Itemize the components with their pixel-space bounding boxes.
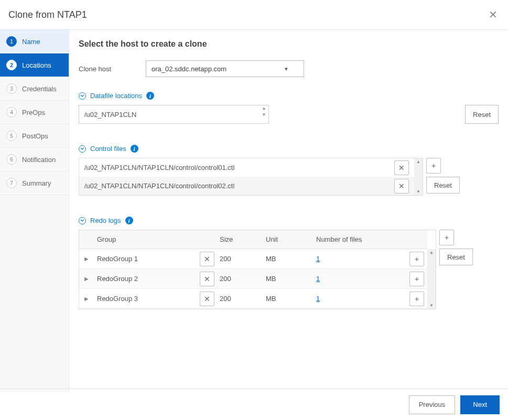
controlfile-remove-button[interactable]: ✕ bbox=[394, 160, 409, 175]
step-label: Summary bbox=[22, 179, 51, 187]
datafile-row: /u02_NTAP1CLN ▲▼ Reset bbox=[79, 105, 499, 124]
redo-size: 200 bbox=[220, 255, 266, 263]
dialog-footer: Previous Next bbox=[0, 389, 508, 420]
redo-row: ▶ RedoGroup 2 ✕ 200 MB 1 + bbox=[79, 269, 427, 289]
controlfiles-label: Control files bbox=[90, 145, 126, 153]
controlfile-path: /u02_NTAP1CLN/NTAP1CLN/control/control02… bbox=[84, 182, 394, 190]
collapse-icon[interactable] bbox=[79, 217, 86, 224]
info-icon[interactable]: i bbox=[146, 92, 154, 100]
dialog-body: 1 Name 2 Locations 3 Credentials 4 PreOp… bbox=[0, 30, 508, 392]
redo-add-button[interactable]: + bbox=[409, 252, 424, 266]
wizard-sidebar: 1 Name 2 Locations 3 Credentials 4 PreOp… bbox=[0, 30, 69, 392]
page-title: Select the host to create a clone bbox=[79, 39, 499, 49]
step-label: Credentials bbox=[22, 85, 57, 93]
redo-unit: MB bbox=[266, 255, 316, 263]
datafile-path-value: /u02_NTAP1CLN bbox=[84, 111, 136, 119]
main-panel: Select the host to create a clone Clone … bbox=[69, 30, 508, 392]
datafile-section-header: Datafile locations i bbox=[79, 92, 499, 100]
controlfile-item: /u02_NTAP1CLN/NTAP1CLN/control/control02… bbox=[79, 177, 414, 195]
step-label: Locations bbox=[22, 61, 51, 69]
redo-add-button[interactable]: + bbox=[409, 272, 424, 286]
wizard-step-summary[interactable]: 7 Summary bbox=[0, 171, 69, 195]
controlfile-path: /u02_NTAP1CLN/NTAP1CLN/control/control01… bbox=[84, 164, 394, 171]
redo-table-header: Group Size Unit Number of files bbox=[79, 230, 427, 249]
redo-remove-button[interactable]: ✕ bbox=[200, 292, 214, 306]
clone-host-value: ora_02.sddc.netapp.com bbox=[152, 65, 226, 73]
close-icon[interactable]: ✕ bbox=[487, 6, 500, 23]
controlfile-remove-button[interactable]: ✕ bbox=[394, 179, 409, 193]
redo-group: RedoGroup 2 bbox=[94, 275, 194, 283]
next-button[interactable]: Next bbox=[460, 395, 500, 414]
redo-numfiles-link[interactable]: 1 bbox=[316, 255, 320, 263]
redo-size: 200 bbox=[220, 295, 266, 303]
wizard-step-notification[interactable]: 6 Notification bbox=[0, 148, 69, 171]
redo-section-header: Redo logs i bbox=[79, 217, 499, 224]
col-numfiles: Number of files bbox=[316, 235, 406, 243]
collapse-icon[interactable] bbox=[79, 92, 86, 100]
info-icon[interactable]: i bbox=[131, 145, 138, 153]
col-unit: Unit bbox=[266, 235, 316, 243]
clone-host-row: Clone host ora_02.sddc.netapp.com ▼ bbox=[79, 60, 499, 77]
scrollbar[interactable]: ▲▼ bbox=[427, 249, 436, 309]
redo-add-button[interactable]: + bbox=[409, 292, 424, 306]
controlfiles-list: /u02_NTAP1CLN/NTAP1CLN/control/control01… bbox=[79, 158, 423, 196]
expand-icon[interactable]: ▶ bbox=[79, 296, 94, 301]
step-label: Name bbox=[22, 38, 40, 46]
col-size: Size bbox=[220, 235, 266, 243]
controlfile-reset-button[interactable]: Reset bbox=[426, 177, 460, 193]
redo-wrap: Group Size Unit Number of files ▶ RedoGr… bbox=[79, 230, 499, 309]
redo-reset-button[interactable]: Reset bbox=[439, 249, 473, 265]
clone-host-label: Clone host bbox=[79, 65, 146, 73]
redo-numfiles-link[interactable]: 1 bbox=[316, 275, 320, 283]
redo-group-add-button[interactable]: + bbox=[439, 230, 454, 245]
scrollbar[interactable]: ▲▼ bbox=[414, 158, 423, 195]
spinner-icon[interactable]: ▲▼ bbox=[262, 106, 266, 117]
step-label: PostOps bbox=[22, 132, 48, 140]
info-icon[interactable]: i bbox=[125, 217, 133, 224]
step-number: 4 bbox=[6, 107, 17, 117]
collapse-icon[interactable] bbox=[79, 145, 86, 153]
redo-group: RedoGroup 1 bbox=[94, 255, 194, 263]
step-label: Notification bbox=[22, 156, 56, 164]
redo-label: Redo logs bbox=[90, 217, 121, 224]
datafile-reset-button[interactable]: Reset bbox=[465, 105, 499, 124]
redo-remove-button[interactable]: ✕ bbox=[200, 272, 214, 286]
redo-numfiles-link[interactable]: 1 bbox=[316, 295, 320, 303]
chevron-down-icon: ▼ bbox=[284, 66, 289, 72]
redo-table: Group Size Unit Number of files ▶ RedoGr… bbox=[79, 230, 436, 309]
wizard-step-credentials[interactable]: 3 Credentials bbox=[0, 77, 69, 101]
redo-group: RedoGroup 3 bbox=[94, 295, 194, 303]
previous-button[interactable]: Previous bbox=[409, 395, 456, 414]
redo-size: 200 bbox=[220, 275, 266, 283]
redo-row: ▶ RedoGroup 1 ✕ 200 MB 1 + bbox=[79, 249, 427, 269]
step-number: 6 bbox=[6, 154, 17, 165]
redo-unit: MB bbox=[266, 275, 316, 283]
redo-unit: MB bbox=[266, 295, 316, 303]
step-number: 5 bbox=[6, 131, 17, 141]
redo-row: ▶ RedoGroup 3 ✕ 200 MB 1 + bbox=[79, 289, 427, 309]
wizard-step-preops[interactable]: 4 PreOps bbox=[0, 101, 69, 124]
controlfiles-side-buttons: + Reset bbox=[426, 158, 460, 193]
dialog-header: Clone from NTAP1 ✕ bbox=[0, 0, 508, 30]
controlfile-add-button[interactable]: + bbox=[426, 158, 441, 174]
expand-icon[interactable]: ▶ bbox=[79, 276, 94, 282]
controlfiles-wrap: /u02_NTAP1CLN/NTAP1CLN/control/control01… bbox=[79, 158, 499, 196]
clone-host-dropdown[interactable]: ora_02.sddc.netapp.com ▼ bbox=[146, 60, 304, 77]
redo-remove-button[interactable]: ✕ bbox=[200, 252, 214, 266]
controlfiles-section-header: Control files i bbox=[79, 145, 499, 153]
step-number: 1 bbox=[6, 36, 17, 47]
redo-side-buttons: + Reset bbox=[439, 230, 473, 265]
controlfile-item: /u02_NTAP1CLN/NTAP1CLN/control/control01… bbox=[79, 158, 414, 177]
datafile-label: Datafile locations bbox=[90, 92, 142, 100]
dialog-title: Clone from NTAP1 bbox=[8, 9, 87, 20]
step-label: PreOps bbox=[22, 109, 45, 116]
step-number: 2 bbox=[6, 60, 17, 70]
wizard-step-name[interactable]: 1 Name bbox=[0, 30, 69, 53]
step-number: 7 bbox=[6, 178, 17, 188]
wizard-step-locations[interactable]: 2 Locations bbox=[0, 53, 69, 77]
datafile-path-input[interactable]: /u02_NTAP1CLN ▲▼ bbox=[79, 105, 269, 124]
wizard-step-postops[interactable]: 5 PostOps bbox=[0, 124, 69, 148]
col-group: Group bbox=[94, 235, 194, 243]
step-number: 3 bbox=[6, 83, 17, 94]
expand-icon[interactable]: ▶ bbox=[79, 256, 94, 262]
